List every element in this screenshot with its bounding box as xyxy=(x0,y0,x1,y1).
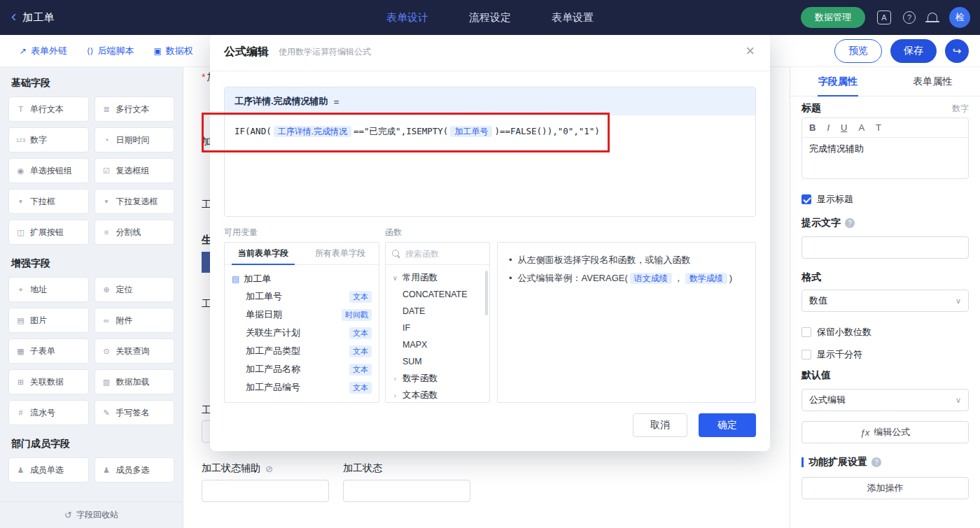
field-image[interactable]: ▤图片 xyxy=(8,308,89,333)
avatar[interactable]: 检 xyxy=(949,7,970,28)
field-label: 数字 xyxy=(30,134,47,146)
field-recycle-bin[interactable]: ↺ 字段回收站 xyxy=(0,501,183,528)
confirm-button[interactable]: 确定 xyxy=(699,413,756,437)
underline-button[interactable]: U xyxy=(841,122,847,133)
chevron-down-icon: ∨ xyxy=(955,396,961,405)
cancel-button[interactable]: 取消 xyxy=(633,413,687,437)
field-member-single[interactable]: ♟成员单选 xyxy=(8,457,89,483)
tab-form-settings[interactable]: 表单设置 xyxy=(552,11,594,24)
tab-form-design[interactable]: 表单设计 xyxy=(386,11,428,24)
field-type-indicator: 数字 xyxy=(952,103,969,115)
preview-button[interactable]: 预览 xyxy=(834,39,882,63)
group-math-functions[interactable]: › 数学函数 xyxy=(386,370,489,387)
variable-item[interactable]: 加工产品编号文本 xyxy=(232,378,374,397)
field-multi-text[interactable]: ≣多行文本 xyxy=(94,97,175,122)
hint-help-icon[interactable]: ? xyxy=(845,218,855,228)
field-related-query[interactable]: ⊙关联查询 xyxy=(94,338,175,364)
variable-item[interactable]: 单据日期时间戳 xyxy=(232,306,374,324)
field-datetime[interactable]: ◔日期时间 xyxy=(94,127,175,152)
function-item-if[interactable]: IF xyxy=(386,320,489,336)
field-radio-group[interactable]: ◉单选按钮组 xyxy=(8,158,89,183)
field-dropdown-multi[interactable]: ▼下拉复选框 xyxy=(94,189,175,214)
save-button[interactable]: 保存 xyxy=(890,39,937,63)
back-icon[interactable]: ‹ xyxy=(11,9,16,24)
keep-decimals-checkbox[interactable] xyxy=(802,327,811,337)
formula-text: )==FALSE()),"0","1") xyxy=(494,126,600,136)
add-action-button[interactable]: 添加操作 xyxy=(802,477,969,499)
group-common-functions[interactable]: ∨ 常用函数 xyxy=(386,269,489,286)
tab-current-form-fields[interactable]: 当前表单字段 xyxy=(225,243,302,264)
show-title-checkbox-row[interactable]: 显示标题 xyxy=(802,193,853,206)
close-icon[interactable]: × xyxy=(746,43,755,59)
extend-button-icon: ◫ xyxy=(15,228,26,237)
hint-text-input[interactable] xyxy=(802,236,969,259)
field-subform[interactable]: ▦子表单 xyxy=(8,338,89,364)
chevron-down-icon: ∨ xyxy=(955,297,961,306)
hidden-eye-icon: ⊘ xyxy=(265,464,273,474)
italic-button[interactable]: I xyxy=(827,122,830,133)
scrollbar[interactable] xyxy=(485,271,488,315)
field-member-multi[interactable]: ♟成员多选 xyxy=(94,457,175,483)
variable-item[interactable]: 加工产品名称文本 xyxy=(232,360,374,378)
help-line-2: 公式编辑举例：AVERAGE(语文成绩，数学成绩) xyxy=(509,269,744,287)
field-related-data[interactable]: ⊞关联数据 xyxy=(8,369,89,394)
extension-help-icon[interactable]: ? xyxy=(872,457,881,467)
tab-workflow-settings[interactable]: 流程设定 xyxy=(469,11,511,24)
field-address[interactable]: ⌖地址 xyxy=(8,277,89,302)
tab-form-properties[interactable]: 表单属性 xyxy=(886,67,980,96)
field-dropdown[interactable]: ▼下拉框 xyxy=(8,189,89,214)
help-example: 公式编辑举例：AVERAGE(语文成绩，数学成绩) xyxy=(518,269,744,287)
function-item-mapx[interactable]: MAPX xyxy=(386,336,489,353)
tree-root-form[interactable]: ▤ 加工单 xyxy=(232,271,374,287)
help-text: 从左侧面板选择字段名和函数，或输入函数 xyxy=(518,251,744,269)
function-item-date[interactable]: DATE xyxy=(386,303,489,320)
data-manage-button[interactable]: 数据管理 xyxy=(801,7,865,28)
field-label: 单行文本 xyxy=(30,104,64,115)
share-button[interactable]: ↪ xyxy=(945,39,969,63)
modal-subtitle: 使用数学运算符编辑公式 xyxy=(279,46,371,58)
language-icon[interactable]: A xyxy=(877,10,891,24)
tab-all-form-fields[interactable]: 所有表单字段 xyxy=(302,243,379,264)
formula-input-area[interactable]: IF(AND(工序详情.完成情况=="已完成",ISEMPTY(加工单号)==F… xyxy=(225,115,755,148)
variable-item[interactable]: 加工产品类型文本 xyxy=(232,342,374,360)
field-attachment[interactable]: ∞附件 xyxy=(94,308,175,333)
format-value: 数值 xyxy=(809,294,827,307)
thousands-checkbox[interactable] xyxy=(802,350,811,359)
field-data-load[interactable]: ▥数据加载 xyxy=(94,369,175,394)
font-color-button[interactable]: A xyxy=(858,122,864,133)
variable-item[interactable]: 关联生产计划文本 xyxy=(232,324,374,342)
help-icon[interactable]: ? xyxy=(903,11,916,24)
field-extend-button[interactable]: ◫扩展按钮 xyxy=(8,220,89,245)
image-icon: ▤ xyxy=(15,316,26,325)
field-single-text[interactable]: T单行文本 xyxy=(8,97,89,122)
group-text-functions[interactable]: › 文本函数 xyxy=(386,387,489,404)
form-external-link-button[interactable]: ↗ 表单外链 xyxy=(20,45,67,57)
field-number[interactable]: 123数字 xyxy=(8,127,89,152)
backend-script-button[interactable]: ⟨⟩ 后端脚本 xyxy=(87,45,134,57)
field-location[interactable]: ⊕定位 xyxy=(94,277,175,302)
field-checkbox-group[interactable]: ☑复选框组 xyxy=(94,158,175,183)
field-signature[interactable]: ✎手写签名 xyxy=(94,400,175,425)
title-value[interactable]: 完成情况辅助 xyxy=(802,138,968,160)
function-search-input[interactable] xyxy=(405,249,483,259)
font-size-button[interactable]: T xyxy=(876,122,881,133)
field-divider[interactable]: ≡分割线 xyxy=(94,220,175,245)
show-title-checkbox[interactable] xyxy=(802,194,811,204)
function-item-sum[interactable]: SUM xyxy=(386,353,489,370)
edit-formula-button[interactable]: ƒx 编辑公式 xyxy=(802,421,969,443)
data-permission-button[interactable]: ▣ 数据权 xyxy=(153,45,192,57)
keep-decimals-row[interactable]: 保留小数位数 xyxy=(802,326,872,338)
type-badge: 文本 xyxy=(349,345,372,357)
tab-field-properties[interactable]: 字段属性 xyxy=(790,67,886,96)
modal-footer: 取消 确定 xyxy=(633,413,756,437)
input-processing-status-aux[interactable] xyxy=(202,480,329,502)
thousands-separator-row[interactable]: 显示千分符 xyxy=(802,348,862,361)
function-item-concatenate[interactable]: CONCATENATE xyxy=(386,286,489,303)
default-value-select[interactable]: 公式编辑 ∨ xyxy=(802,389,969,411)
variable-item[interactable]: 加工单号文本 xyxy=(232,287,374,306)
input-processing-status[interactable] xyxy=(343,480,470,502)
field-serial-number[interactable]: #流水号 xyxy=(8,400,89,425)
notification-bell-icon[interactable] xyxy=(927,13,937,21)
format-select[interactable]: 数值 ∨ xyxy=(802,290,969,312)
bold-button[interactable]: B xyxy=(809,122,816,133)
